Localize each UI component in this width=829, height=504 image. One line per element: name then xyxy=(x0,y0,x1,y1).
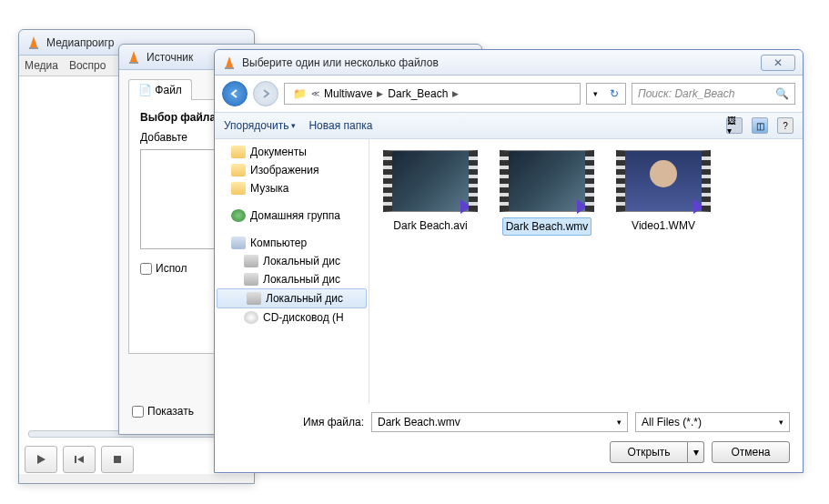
file-label: Dark Beach.wmv xyxy=(502,217,592,236)
folder-icon: 📁 xyxy=(288,86,311,102)
filename-row: Имя файла: Dark Beach.wmv ▾ All Files (*… xyxy=(215,403,803,438)
menu-playback[interactable]: Воспро xyxy=(69,59,106,72)
close-button[interactable]: ✕ xyxy=(761,55,795,71)
tree-label: Компьютер xyxy=(250,237,307,249)
svg-rect-7 xyxy=(129,62,138,64)
help-button[interactable]: ? xyxy=(777,117,794,134)
nav-row: 📁 ≪ Multiwave ▶ Dark_Beach ▶ ▾ ↻ Поиск: … xyxy=(215,76,803,112)
tree-label: Музыка xyxy=(250,182,288,195)
svg-rect-3 xyxy=(75,456,76,463)
computer-icon xyxy=(231,237,246,249)
tree-documents[interactable]: Документы xyxy=(215,143,369,161)
prev-button[interactable] xyxy=(63,446,96,473)
chevron-down-icon: ▾ xyxy=(291,121,296,130)
menu-media[interactable]: Медиа xyxy=(25,59,58,72)
stop-button[interactable] xyxy=(101,446,134,473)
svg-marker-4 xyxy=(77,456,84,463)
new-folder-label: Новая папка xyxy=(308,119,372,132)
file-label: Video1.WMV xyxy=(629,217,698,234)
forward-button[interactable] xyxy=(253,81,278,106)
show-more-checkbox[interactable] xyxy=(132,406,144,418)
svg-rect-5 xyxy=(114,456,121,463)
vlc-icon xyxy=(222,55,237,70)
open-button-split: Открыть ▾ xyxy=(610,441,704,463)
disk-icon xyxy=(247,292,261,305)
file-pane[interactable]: Dark Beach.avi Dark Beach.wmv Video1.WMV xyxy=(369,139,803,403)
chevron-down-icon: ▾ xyxy=(617,418,622,427)
view-options-button[interactable]: 🖼 ▾ xyxy=(726,117,743,134)
cancel-button[interactable]: Отмена xyxy=(712,441,790,463)
cd-icon xyxy=(244,311,258,324)
tree-music[interactable]: Музыка xyxy=(215,179,369,197)
play-overlay-icon xyxy=(577,199,588,214)
play-overlay-icon xyxy=(693,199,704,214)
file-item[interactable]: Video1.WMV xyxy=(613,150,713,234)
refresh-button[interactable]: ▾ ↻ xyxy=(586,83,626,105)
show-more-row: Показать xyxy=(132,405,194,418)
source-title: Источник xyxy=(147,51,193,64)
file-item[interactable]: Dark Beach.avi xyxy=(380,150,480,234)
toolbar: Упорядочить ▾ Новая папка 🖼 ▾ ◫ ? xyxy=(215,112,803,139)
close-icon: ✕ xyxy=(773,56,783,69)
organize-menu[interactable]: Упорядочить ▾ xyxy=(224,119,296,132)
file-dialog-title: Выберите один или несколько файлов xyxy=(242,56,439,69)
video-thumbnail xyxy=(383,150,478,212)
new-folder-button[interactable]: Новая папка xyxy=(308,119,372,132)
filter-dropdown[interactable]: All Files (*.*) ▾ xyxy=(635,412,790,432)
tree-homegroup[interactable]: Домашняя группа xyxy=(215,207,369,225)
nav-tree[interactable]: Документы Изображения Музыка Домашняя гр… xyxy=(215,139,369,403)
tree-label: Домашняя группа xyxy=(250,209,340,222)
chevron-down-icon: ▾ xyxy=(693,446,699,459)
tree-local-disk-selected[interactable]: Локальный дис xyxy=(217,288,367,308)
disk-icon xyxy=(244,273,258,286)
tree-label: Локальный дис xyxy=(263,273,340,286)
body-split: Документы Изображения Музыка Домашняя гр… xyxy=(215,139,803,403)
folder-icon xyxy=(231,182,246,195)
chevron-right-icon: ▶ xyxy=(377,89,383,98)
search-input[interactable]: Поиск: Dark_Beach 🔍 xyxy=(632,83,795,105)
file-label: Dark Beach.avi xyxy=(390,217,470,234)
disk-icon xyxy=(244,255,258,267)
open-dropdown[interactable]: ▾ xyxy=(688,441,704,463)
svg-rect-1 xyxy=(29,47,38,49)
svg-marker-2 xyxy=(37,455,45,464)
filename-input[interactable]: Dark Beach.wmv ▾ xyxy=(371,412,628,432)
use-checkbox[interactable] xyxy=(140,263,152,275)
file-icon: 📄 xyxy=(138,84,152,96)
tree-local-disk[interactable]: Локальный дис xyxy=(215,270,369,288)
show-more-label: Показать xyxy=(147,405,194,418)
preview-pane-button[interactable]: ◫ xyxy=(752,117,768,134)
back-button[interactable] xyxy=(222,81,248,106)
tree-label: Документы xyxy=(250,146,307,158)
cancel-button-label: Отмена xyxy=(731,446,770,459)
tree-label: Локальный дис xyxy=(263,255,340,267)
svg-marker-8 xyxy=(226,56,233,67)
filename-value: Dark Beach.wmv xyxy=(378,416,460,428)
svg-rect-9 xyxy=(225,67,234,69)
search-placeholder: Поиск: Dark_Beach xyxy=(638,87,734,100)
chevron-icon: ≪ xyxy=(311,89,319,98)
tree-cd-drive[interactable]: CD-дисковод (H xyxy=(215,308,369,327)
file-item-selected[interactable]: Dark Beach.wmv xyxy=(497,150,597,236)
tree-label: Изображения xyxy=(250,164,318,176)
open-button[interactable]: Открыть xyxy=(610,441,688,463)
file-titlebar[interactable]: Выберите один или несколько файлов ✕ xyxy=(215,50,803,76)
tree-label: Локальный дис xyxy=(266,292,343,305)
breadcrumb-seg2[interactable]: Dark_Beach xyxy=(383,86,452,102)
breadcrumb[interactable]: 📁 ≪ Multiwave ▶ Dark_Beach ▶ xyxy=(284,83,581,105)
tab-file[interactable]: 📄 Файл xyxy=(128,79,192,100)
use-checkbox-label: Испол xyxy=(156,262,187,275)
breadcrumb-seg1[interactable]: Multiwave xyxy=(319,86,377,102)
vlc-icon xyxy=(26,35,41,50)
video-thumbnail xyxy=(500,150,594,212)
refresh-icon: ↻ xyxy=(610,87,619,100)
folder-icon xyxy=(231,164,246,176)
tree-local-disk[interactable]: Локальный дис xyxy=(215,252,369,270)
organize-label: Упорядочить xyxy=(224,119,288,132)
vlc-icon xyxy=(126,50,141,65)
file-open-dialog: Выберите один или несколько файлов ✕ 📁 ≪… xyxy=(214,49,804,473)
play-button[interactable] xyxy=(25,446,57,473)
tree-images[interactable]: Изображения xyxy=(215,161,369,179)
search-icon: 🔍 xyxy=(775,87,789,100)
tree-computer[interactable]: Компьютер xyxy=(215,234,369,252)
